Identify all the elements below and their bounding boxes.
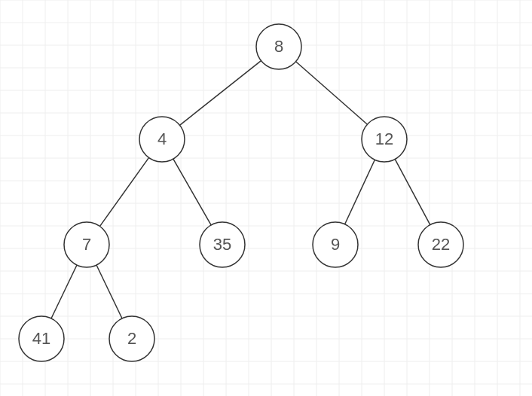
tree-node-label: 12 [375, 129, 393, 148]
tree-node-label: 22 [432, 235, 450, 254]
tree-node: 9 [313, 222, 358, 267]
tree-node: 41 [19, 316, 64, 361]
tree-edge [173, 159, 211, 225]
tree-diagram: 8412735922412 [0, 0, 532, 396]
tree-edge [51, 265, 77, 318]
tree-node: 12 [362, 117, 407, 162]
tree-node: 2 [109, 316, 154, 361]
tree-node-label: 4 [157, 129, 167, 148]
tree-edge [296, 62, 368, 124]
tree-node-label: 7 [82, 235, 91, 254]
tree-node-label: 9 [331, 235, 340, 254]
tree-edges [51, 61, 430, 318]
tree-node: 35 [200, 222, 245, 267]
tree-node: 4 [139, 117, 185, 162]
tree-node-label: 8 [274, 37, 283, 56]
tree-node: 22 [418, 222, 463, 267]
tree-node: 7 [64, 222, 109, 267]
tree-nodes: 8412735922412 [19, 24, 463, 361]
tree-edge [99, 157, 148, 226]
tree-node: 8 [256, 24, 301, 69]
tree-node-label: 35 [213, 235, 231, 254]
tree-edge [345, 160, 375, 224]
tree-edge [395, 159, 430, 224]
tree-edge [96, 265, 122, 318]
tree-node-label: 2 [127, 329, 136, 348]
tree-node-label: 41 [32, 329, 50, 348]
